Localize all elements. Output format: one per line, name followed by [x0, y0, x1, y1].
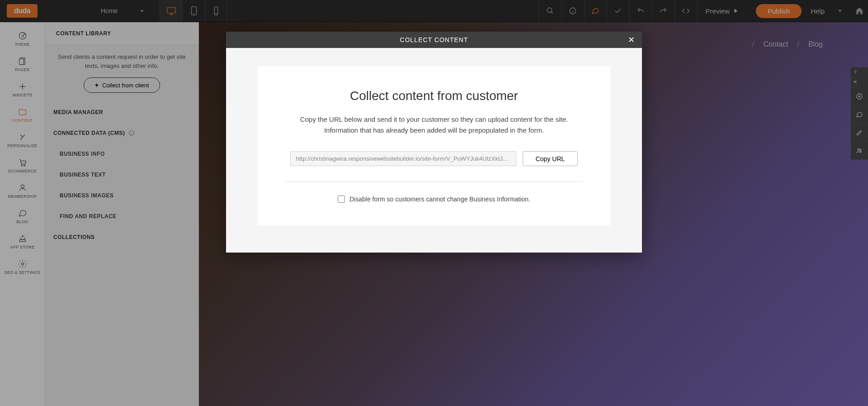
modal-title: Collect content from customer — [285, 89, 583, 103]
disable-form-checkbox-row[interactable]: Disable form so customers cannot change … — [285, 196, 583, 203]
disable-form-checkbox[interactable] — [338, 196, 345, 203]
modal-desc: Copy the URL below and send it to your c… — [298, 114, 570, 136]
disable-form-label: Disable form so customers cannot change … — [349, 196, 530, 203]
modal-close-button[interactable]: ✕ — [626, 34, 637, 45]
modal-body: Collect content from customer Copy the U… — [226, 48, 642, 253]
modal-header-title: COLLECT CONTENT — [400, 36, 468, 43]
copy-url-button[interactable]: Copy URL — [523, 151, 578, 166]
url-input[interactable]: http://christinagwira.responsivewebsiteb… — [290, 151, 516, 166]
modal-card: Collect content from customer Copy the U… — [258, 66, 610, 225]
collect-content-modal: COLLECT CONTENT ✕ Collect content from c… — [226, 32, 642, 253]
divider — [285, 182, 583, 182]
modal-header: COLLECT CONTENT ✕ — [226, 32, 642, 48]
modal-overlay: COLLECT CONTENT ✕ Collect content from c… — [0, 0, 868, 406]
url-row: http://christinagwira.responsivewebsiteb… — [285, 151, 583, 166]
